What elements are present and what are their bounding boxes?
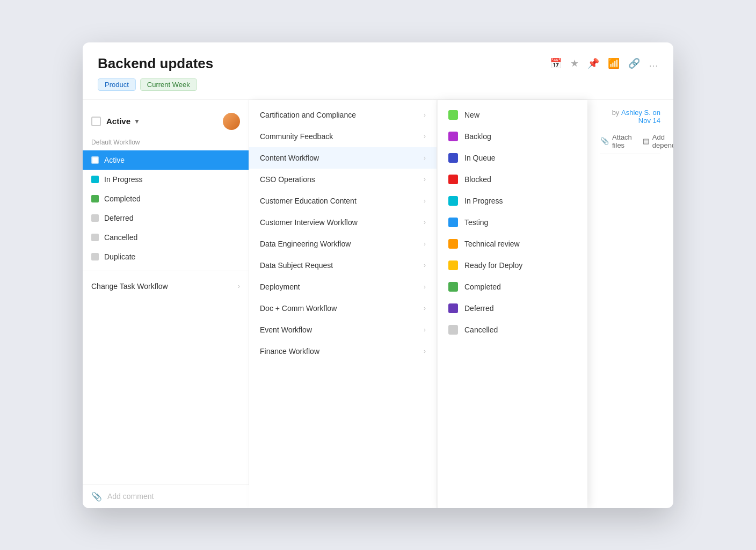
workflow-label-cso: CSO Operations (260, 175, 315, 184)
status-label-active: Active (104, 156, 125, 164)
avatar (223, 113, 240, 130)
workflow-chevron-data-subject: › (424, 262, 426, 269)
add-dependency-button[interactable]: ▤ Add dependency (643, 133, 673, 149)
workflow-chevron-customer-interview: › (424, 219, 426, 226)
star-icon[interactable]: ★ (570, 57, 579, 69)
workflow-item-certification[interactable]: Cartification and Compliance › (249, 104, 437, 126)
dependency-icon: ▤ (643, 137, 649, 145)
submenu-dot-backlog (448, 132, 458, 141)
attachment-icon[interactable]: 📎 (91, 491, 102, 502)
submenu-dot-inqueue (448, 153, 458, 163)
workflow-item-event[interactable]: Event Workflow › (249, 319, 437, 341)
workflow-label-content: Content Workflow (260, 154, 319, 162)
workflow-item-cso[interactable]: CSO Operations › (249, 169, 437, 190)
workflow-item-data-eng[interactable]: Data Engineering Workflow › (249, 233, 437, 255)
workflow-item-deployment[interactable]: Deployment › (249, 276, 437, 298)
submenu-item-backlog[interactable]: Backlog (438, 126, 587, 147)
status-dropdown-button[interactable]: Active ▼ (106, 117, 140, 126)
workflow-item-data-subject[interactable]: Data Subject Request › (249, 255, 437, 276)
workflow-item-customer-interview[interactable]: Customer Interview Workflow › (249, 212, 437, 233)
status-item-deferred[interactable]: Deferred (83, 208, 249, 228)
task-meta: by Ashley S. on Nov 14 (600, 100, 660, 129)
workflow-label-data-eng: Data Engineering Workflow (260, 240, 351, 248)
comment-box: 📎 Add comment (83, 484, 249, 508)
submenu-label-blocked: Blocked (464, 175, 491, 184)
app-window: Backend updates 📅 ★ 📌 📶 🔗 … Product Curr… (83, 42, 673, 508)
status-dot-completed (91, 195, 99, 202)
status-item-duplicate[interactable]: Duplicate (83, 247, 249, 266)
submenu-dot-inprogress (448, 196, 458, 206)
tag-product[interactable]: Product (98, 78, 136, 91)
tag-current-week[interactable]: Current Week (140, 78, 197, 91)
workflow-chevron-finance: › (424, 348, 426, 355)
submenu-item-deferred[interactable]: Deferred (438, 298, 587, 319)
change-workflow-label: Change Task Workflow (91, 282, 168, 291)
status-label-inprogress: In Progress (104, 175, 143, 184)
workflow-chevron-customer-edu: › (424, 197, 426, 205)
status-item-cancelled[interactable]: Cancelled (83, 228, 249, 247)
submenu-item-cancelled[interactable]: Cancelled (438, 319, 587, 341)
status-dot-deferred (91, 214, 99, 222)
submenu-dot-cancelled (448, 325, 458, 335)
tags: Product Current Week (98, 78, 658, 91)
header-icons: 📅 ★ 📌 📶 🔗 … (550, 57, 658, 69)
status-dot-inprogress (91, 176, 99, 183)
status-label-completed: Completed (104, 194, 141, 203)
submenu-label-testing: Testing (464, 218, 488, 227)
workflow-item-doc-comm[interactable]: Doc + Comm Workflow › (249, 298, 437, 319)
workflow-chevron-content: › (424, 154, 426, 162)
workflow-item-community[interactable]: Community Feedback › (249, 126, 437, 147)
status-checkbox[interactable] (91, 117, 101, 126)
change-workflow-button[interactable]: Change Task Workflow › (83, 276, 249, 297)
submenu-dot-new (448, 110, 458, 120)
submenu-label-backlog: Backlog (464, 132, 491, 141)
workflow-label-event: Event Workflow (260, 325, 312, 334)
main-content: Active ▼ Default Workflow Active In Prog… (83, 100, 673, 508)
workflow-chevron-deployment: › (424, 283, 426, 291)
submenu-item-new[interactable]: New (438, 104, 587, 126)
workflow-label-customer-edu: Customer Education Content (260, 197, 357, 205)
workflow-label-data-subject: Data Subject Request (260, 261, 333, 270)
workflow-item-finance[interactable]: Finance Workflow › (249, 341, 437, 362)
status-label-duplicate: Duplicate (104, 252, 135, 261)
status-item-completed[interactable]: Completed (83, 189, 249, 208)
link-icon[interactable]: 🔗 (628, 57, 640, 69)
submenu-label-new: New (464, 111, 479, 119)
status-dot-duplicate (91, 253, 99, 260)
submenu-dot-blocked (448, 175, 458, 184)
submenu-label-deferred: Deferred (464, 304, 493, 313)
submenu-item-testing[interactable]: Testing (438, 212, 587, 233)
submenu-dot-technical-review (448, 239, 458, 249)
workflow-item-content[interactable]: Content Workflow › (249, 147, 437, 169)
submenu-item-inqueue[interactable]: In Queue (438, 147, 587, 169)
workflow-label-doc-comm: Doc + Comm Workflow (260, 304, 337, 313)
workflow-item-customer-edu[interactable]: Customer Education Content › (249, 190, 437, 212)
change-workflow-chevron: › (238, 283, 240, 290)
comment-input[interactable]: Add comment (107, 492, 241, 501)
submenu-item-completed[interactable]: Completed (438, 276, 587, 298)
status-item-inprogress[interactable]: In Progress (83, 170, 249, 189)
workflow-chevron-community: › (424, 133, 426, 140)
status-header: Active ▼ (83, 108, 249, 136)
status-label-deferred: Deferred (104, 214, 133, 222)
author-name: Ashley S. (621, 108, 651, 117)
workflow-chevron-data-eng: › (424, 240, 426, 248)
submenu-item-blocked[interactable]: Blocked (438, 169, 587, 190)
submenu-item-ready-deploy[interactable]: Ready for Deploy (438, 255, 587, 276)
workflow-menu: Cartification and Compliance › Community… (249, 100, 437, 508)
pin-icon[interactable]: 📌 (587, 57, 599, 69)
task-content: by Ashley S. on Nov 14 📎 Attach files ▤ … (587, 100, 673, 508)
more-icon[interactable]: … (649, 58, 658, 69)
divider (83, 271, 249, 271)
status-item-active[interactable]: Active (83, 150, 249, 170)
attach-files-button[interactable]: 📎 Attach files (600, 133, 632, 149)
submenu-dot-ready-deploy (448, 260, 458, 270)
calendar-icon[interactable]: 📅 (550, 57, 562, 69)
submenu-item-inprogress[interactable]: In Progress (438, 190, 587, 212)
rss-icon[interactable]: 📶 (608, 57, 620, 69)
submenu-dot-completed (448, 282, 458, 292)
submenu-label-ready-deploy: Ready for Deploy (464, 261, 522, 270)
workflow-chevron-certification: › (424, 111, 426, 119)
submenu-item-technical-review[interactable]: Technical review (438, 233, 587, 255)
task-actions: 📎 Attach files ▤ Add dependency ∿ 18 (600, 129, 660, 154)
